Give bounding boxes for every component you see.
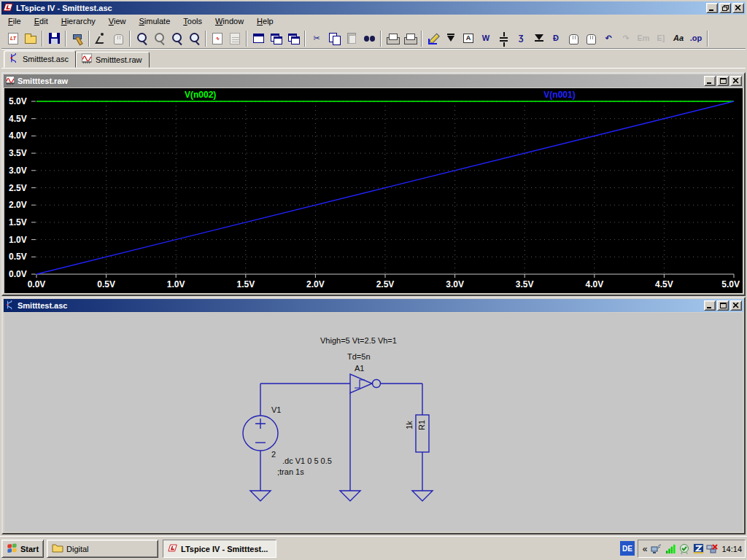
legend-0[interactable]: V(n002) [185, 90, 216, 100]
taskbar-button-ltspice[interactable]: LTspice IV - Smitttest... [163, 540, 276, 558]
dc-directive-text: .dc V1 0 5 0.5 [282, 456, 332, 465]
cut-icon: ✂ [311, 32, 323, 44]
zoom-out-button[interactable]: − [168, 30, 185, 47]
zoom-in-button[interactable]: + [133, 30, 150, 47]
minimize-button[interactable] [704, 300, 716, 311]
y-tick-label: 4.5V [9, 114, 27, 124]
x-tick-label: 2.5V [376, 279, 395, 289]
zoom-full-extents-button[interactable]: × [185, 30, 203, 47]
x-tick-label: 2.0V [306, 279, 325, 289]
waveform-viewer-button[interactable]: ∿ [209, 30, 226, 47]
tab-smitttest-asc[interactable]: Smitttest.asc [4, 50, 76, 68]
spice-directive-button[interactable]: .op [687, 30, 705, 47]
print-button[interactable] [401, 30, 419, 47]
spice-netlist-icon [230, 33, 240, 44]
language-indicator[interactable]: DE [620, 541, 635, 556]
x-tick-label: 1.5V [236, 279, 255, 289]
waveform-window-titlebar: Smitttest.raw [4, 74, 743, 88]
toolbar-separator [65, 31, 66, 47]
maximize-button[interactable] [717, 300, 729, 311]
menu-help[interactable]: Help [250, 15, 280, 27]
tile-windows-button[interactable] [249, 30, 267, 47]
minimize-button[interactable] [704, 76, 716, 86]
clock[interactable]: 14:14 [721, 545, 742, 553]
restore-button[interactable] [719, 3, 731, 13]
find-button[interactable] [360, 30, 378, 47]
maximize-button[interactable] [717, 76, 729, 86]
y-tick-label: 5.0V [9, 96, 27, 106]
open-file-icon [25, 36, 36, 44]
cascade-windows-button[interactable] [267, 30, 285, 47]
schematic-window-titlebar: Smitttest.asc [4, 299, 743, 312]
run-button[interactable] [92, 30, 109, 47]
save-button[interactable] [45, 30, 63, 47]
legend-1[interactable]: V(n001) [543, 90, 575, 100]
copy-button[interactable] [325, 30, 343, 47]
trace-1[interactable] [36, 101, 734, 274]
schmitt-td-text: Td=5n [347, 352, 371, 361]
zoom-back-button [150, 30, 168, 47]
menu-file[interactable]: File [1, 15, 28, 27]
close-button[interactable] [730, 76, 742, 86]
network-disconnected-icon[interactable] [706, 543, 718, 555]
resistor-name-label: R1 [417, 420, 426, 430]
tab-smitttest-raw[interactable]: Smitttest.raw [76, 52, 150, 68]
print-icon [404, 34, 416, 44]
new-schematic-button[interactable]: LT [4, 30, 22, 47]
place-resistor-button[interactable]: W [477, 30, 495, 47]
menu-edit[interactable]: Edit [28, 15, 55, 27]
place-component-button[interactable]: Ð [547, 30, 565, 47]
bring-to-front-button[interactable] [285, 30, 302, 47]
hidden-icons-chevron[interactable]: « [641, 544, 649, 554]
minimize-button[interactable] [706, 3, 718, 13]
cut-button[interactable]: ✂ [308, 30, 325, 47]
schmitt-params-text: Vhigh=5 Vt=2.5 Vh=1 [320, 336, 397, 345]
schematic-canvas[interactable]: Vhigh=5 Vt=2.5 Vh=1 Td=5n A1 V1 2 .dc V1… [4, 313, 743, 532]
menu-window[interactable]: Window [209, 15, 250, 27]
draw-wire-button[interactable] [425, 30, 442, 47]
menu-view[interactable]: View [102, 15, 133, 27]
place-component-icon: Ð [550, 32, 562, 44]
source-name-label: V1 [271, 405, 281, 414]
undo-button[interactable]: ↶ [600, 30, 617, 47]
move-icon [569, 34, 578, 44]
tile-windows-icon [253, 34, 264, 43]
ground-symbol [340, 491, 360, 501]
print-preview-button[interactable] [384, 30, 401, 47]
drag-button[interactable] [582, 30, 600, 47]
control-panel-button[interactable] [69, 30, 86, 47]
menu-tools[interactable]: Tools [177, 15, 209, 27]
place-inductor-icon: Ʒ [515, 32, 527, 44]
start-button[interactable]: Start [1, 540, 44, 558]
place-text-button[interactable]: Aa [670, 30, 687, 47]
spice-directive-icon: .op [690, 32, 703, 44]
tran-comment-text: ;tran 1s [277, 467, 304, 476]
waveform-plot[interactable]: 0.0V0.5V1.0V1.5V2.0V2.5V3.0V3.5V4.0V4.5V… [4, 88, 743, 293]
y-tick-label: 3.0V [9, 166, 27, 176]
place-capacitor-button[interactable] [495, 30, 512, 47]
place-diode-button[interactable] [530, 30, 547, 47]
security-check-icon[interactable] [678, 543, 690, 555]
ltspice-app-icon [3, 2, 14, 14]
move-button[interactable] [565, 30, 582, 47]
zonealarm-icon[interactable] [692, 543, 704, 555]
close-button[interactable] [732, 3, 744, 13]
inverter-bubble [373, 380, 381, 388]
toolbar-separator [205, 31, 206, 47]
close-button[interactable] [730, 300, 742, 311]
signal-strength-icon[interactable] [665, 543, 676, 555]
rotate-button: E] [652, 30, 670, 47]
menu-hierarchy[interactable]: Hierarchy [55, 15, 102, 27]
y-tick-label: 0.5V [9, 252, 27, 262]
menu-simulate[interactable]: Simulate [132, 15, 177, 27]
waveform-window-title: Smitttest.raw [18, 77, 702, 85]
toolbar-separator [380, 31, 382, 47]
open-file-button[interactable] [22, 30, 39, 47]
place-diode-icon [533, 32, 545, 44]
taskbar-button-digital[interactable]: Digital [47, 540, 158, 558]
place-label-button[interactable]: A [460, 30, 477, 47]
place-ground-button[interactable] [442, 30, 460, 47]
place-inductor-button[interactable]: Ʒ [512, 30, 530, 47]
wireless-network-icon[interactable] [651, 543, 662, 555]
zoom-out-icon: − [171, 32, 183, 44]
